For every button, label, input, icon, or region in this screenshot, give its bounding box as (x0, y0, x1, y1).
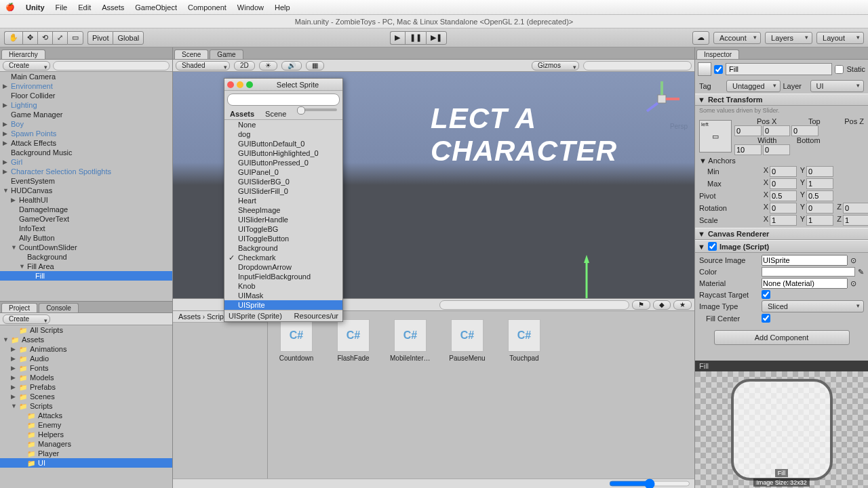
filter2-icon[interactable]: ◆ (653, 300, 671, 310)
project-item[interactable]: ▶Prefabs (0, 382, 172, 392)
hierarchy-item[interactable]: ▶HealthUI (0, 195, 172, 205)
gameobject-active-checkbox[interactable] (714, 65, 723, 74)
project-item[interactable]: ▶Scenes (0, 392, 172, 401)
gameobject-icon[interactable] (698, 62, 711, 76)
sprite-option[interactable]: GUIPanel_0 (224, 167, 342, 177)
pivot-toggle[interactable]: Pivot (87, 31, 113, 45)
pivot-y[interactable] (806, 190, 833, 201)
project-item[interactable]: ▶Animations (0, 344, 172, 354)
tag-dropdown[interactable]: Untagged (726, 80, 781, 92)
material-field[interactable] (762, 278, 848, 289)
raycast-checkbox[interactable] (762, 290, 770, 299)
menu-edit[interactable]: Edit (78, 3, 91, 12)
project-item[interactable]: ▶Audio (0, 354, 172, 363)
asset-item[interactable]: C#FlashFade (333, 319, 374, 470)
anchor-max-y[interactable] (806, 178, 833, 189)
sprite-option[interactable]: DropdownArrow (224, 262, 342, 272)
hierarchy-item[interactable]: Floor Collider (0, 91, 172, 100)
sprite-option[interactable]: GUIButtonHighlighted_0 (224, 148, 342, 158)
hierarchy-item[interactable]: ▶Attack Effects (0, 138, 172, 148)
global-toggle[interactable]: Global (113, 31, 144, 45)
sprite-option[interactable]: Background (224, 243, 342, 253)
add-component-button[interactable]: Add Component (714, 330, 850, 345)
popup-tab-assets[interactable]: Assets (227, 108, 257, 119)
menu-component[interactable]: Component (188, 3, 226, 12)
hierarchy-item[interactable]: ▼Fill Area (0, 262, 172, 271)
rotate-tool-icon[interactable]: ⟲ (37, 31, 52, 45)
eyedropper-icon[interactable]: ✎ (858, 268, 864, 277)
hierarchy-item[interactable]: Game Manager (0, 110, 172, 119)
sprite-option[interactable]: UISprite (224, 300, 342, 310)
hierarchy-item[interactable]: ▼CountDownSlider (0, 243, 172, 252)
static-checkbox[interactable] (835, 65, 844, 74)
project-tree[interactable]: All Scripts▼Assets▶Animations▶Audio▶Font… (0, 325, 172, 488)
hierarchy-item[interactable]: Fill (0, 271, 172, 281)
image-component-header[interactable]: ▼ Image (Script) (695, 240, 868, 253)
icon-size-slider[interactable] (609, 479, 690, 488)
menu-gameobject[interactable]: GameObject (135, 3, 177, 12)
tab-project[interactable]: Project (1, 303, 37, 312)
hierarchy-item[interactable]: ▶Boy (0, 119, 172, 129)
pause-button-icon[interactable]: ❚❚ (405, 31, 426, 45)
pivot-x[interactable] (770, 190, 797, 201)
tab-console[interactable]: Console (39, 303, 79, 312)
layout-dropdown[interactable]: Layout (816, 32, 864, 44)
project-item[interactable]: ▼Assets (0, 335, 172, 344)
gameobject-name-field[interactable] (726, 63, 832, 75)
popup-tab-scene[interactable]: Scene (262, 108, 289, 119)
tab-hierarchy[interactable]: Hierarchy (1, 49, 45, 59)
project-item[interactable]: UI (0, 458, 172, 468)
hierarchy-create[interactable]: Create (3, 61, 50, 70)
asset-item[interactable]: C#Touchpad (504, 319, 545, 470)
hierarchy-list[interactable]: Main Camera▶EnvironmentFloor Collider▶Li… (0, 72, 172, 301)
menu-window[interactable]: Window (237, 3, 264, 12)
sprite-option[interactable]: None (224, 120, 342, 129)
project-search[interactable] (439, 300, 629, 310)
sprite-option[interactable]: UIToggleButton (224, 234, 342, 243)
project-item[interactable]: Player (0, 449, 172, 458)
scale-tool-icon[interactable]: ⤢ (52, 31, 67, 45)
sprite-option[interactable]: Knob (224, 281, 342, 291)
scale-x[interactable] (770, 215, 797, 226)
hierarchy-item[interactable]: ▼HUDCanvas (0, 186, 172, 195)
popup-size-slider[interactable] (297, 108, 337, 111)
hierarchy-item[interactable]: ▶Spawn Points (0, 129, 172, 138)
object-picker-icon[interactable]: ⊙ (850, 279, 856, 288)
filter-icon[interactable]: ⚑ (632, 300, 650, 310)
sprite-option[interactable]: SheepImage (224, 205, 342, 215)
posz-field[interactable] (791, 125, 818, 136)
rot-x[interactable] (770, 203, 797, 214)
hand-tool-icon[interactable]: ✋ (4, 31, 22, 45)
hierarchy-item[interactable]: GameOverText (0, 214, 172, 224)
project-item[interactable]: Managers (0, 439, 172, 449)
hierarchy-item[interactable]: DamageImage (0, 205, 172, 214)
rot-z[interactable] (843, 203, 868, 214)
account-dropdown[interactable]: Account (713, 32, 761, 44)
persp-label[interactable]: Persp (670, 123, 688, 130)
sprite-option[interactable]: GUIButtonDefault_0 (224, 139, 342, 148)
asset-item[interactable]: C#PauseMenu (447, 319, 488, 470)
star-icon[interactable]: ★ (673, 300, 692, 310)
cloud-icon[interactable]: ☁ (692, 31, 709, 45)
asset-item[interactable]: C#Countdown (276, 319, 317, 470)
hierarchy-item[interactable]: Ally Button (0, 233, 172, 243)
sprite-option[interactable]: dog (224, 129, 342, 139)
rect-transform-header[interactable]: ▼ Rect Transform (695, 94, 868, 106)
canvas-renderer-header[interactable]: ▼ Canvas Renderer (695, 228, 868, 240)
sprite-option[interactable]: UIToggleBG (224, 224, 342, 234)
popup-list[interactable]: NonedogGUIButtonDefault_0GUIButtonHighli… (224, 120, 342, 310)
layers-dropdown[interactable]: Layers (765, 32, 812, 44)
project-item[interactable]: All Scripts (0, 325, 172, 335)
sprite-option[interactable]: GUISliderFill_0 (224, 186, 342, 196)
rot-y[interactable] (806, 203, 833, 214)
hierarchy-search[interactable] (53, 61, 170, 70)
hierarchy-item[interactable]: ▶Character Selection Spotlights (0, 167, 172, 176)
menu-file[interactable]: File (56, 3, 68, 12)
menu-unity[interactable]: Unity (26, 3, 45, 12)
play-button-icon[interactable]: ▶ (390, 31, 405, 45)
move-tool-icon[interactable]: ✥ (22, 31, 37, 45)
sprite-option[interactable]: InputFieldBackground (224, 272, 342, 281)
sprite-option[interactable]: UISliderHandle (224, 215, 342, 224)
fill-center-checkbox[interactable] (762, 314, 770, 323)
gizmos-dropdown[interactable]: Gizmos (532, 61, 579, 70)
